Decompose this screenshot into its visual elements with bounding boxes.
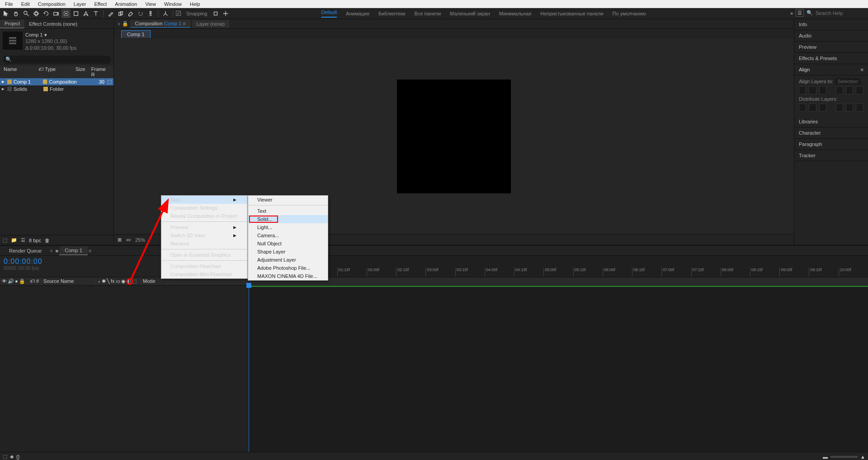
anchor-tool-icon[interactable] [61, 9, 71, 18]
timeline-ruler[interactable]: :00f00:15f01:00f01:15f02:00f02:15f03:00f… [249, 256, 868, 277]
eraser-tool-icon[interactable] [126, 9, 135, 18]
playhead[interactable] [249, 286, 249, 452]
align-vcenter-icon[interactable] [846, 86, 853, 94]
workspace-item[interactable]: Все панели [415, 11, 441, 16]
bpc-label[interactable]: 8 bpc [29, 238, 41, 243]
timeline-layer-list[interactable] [0, 286, 249, 452]
panel-effects-presets[interactable]: Effects & Presets [794, 53, 868, 64]
workspace-item[interactable]: Непристыкованные панели [540, 11, 603, 16]
zoom-slider[interactable] [830, 456, 858, 458]
shy-icon[interactable]: ⬩ [98, 278, 101, 284]
camera-tool-icon[interactable] [52, 9, 61, 18]
workspace-item[interactable]: По умолчанию [613, 11, 646, 16]
lock-toggle-icon[interactable]: 🔒 [19, 278, 25, 284]
align-bottom-icon[interactable] [856, 86, 863, 94]
context-menu-item[interactable]: Shape Layer [248, 248, 328, 256]
tab-project[interactable]: Project [0, 19, 24, 28]
panel-paragraph[interactable]: Paragraph [794, 139, 868, 150]
menu-animation[interactable]: Animation [112, 1, 140, 7]
comp-thumbnail[interactable] [3, 32, 23, 50]
menu-view[interactable]: View [142, 1, 159, 7]
work-area-bar[interactable] [249, 286, 868, 287]
context-menu-item[interactable]: Adjustment Layer [248, 256, 328, 264]
viewer-subtab-comp[interactable]: Comp 1 [121, 30, 151, 38]
collapse-icon[interactable]: ✱ [102, 278, 106, 284]
align-to-dropdown[interactable]: Selection [835, 78, 861, 84]
viewer-lock-icon[interactable]: 🔒 [122, 21, 128, 27]
interpret-footage-icon[interactable]: ⬚ [3, 237, 7, 243]
workspace-item[interactable]: Минимальная [499, 11, 532, 16]
panel-preview[interactable]: Preview [794, 42, 868, 53]
context-menu-item[interactable]: Solid... [248, 215, 328, 223]
viewer-tab-layer[interactable]: Layer (none) [192, 20, 229, 28]
context-menu-item[interactable]: Viewer [248, 196, 328, 204]
viewer-tab-composition[interactable]: Composition Comp 1 ≡ [130, 20, 190, 28]
align-top-icon[interactable] [836, 86, 843, 94]
context-menu-item[interactable]: Preview▶ [161, 223, 247, 231]
toggle-modes-icon[interactable]: ◈ [10, 454, 14, 460]
panel-libraries[interactable]: Libraries [794, 116, 868, 127]
new-comp-icon[interactable]: ☰ [21, 237, 25, 243]
flowchart-icon[interactable]: ⬚ [107, 79, 112, 84]
header-name[interactable]: Name [2, 66, 37, 77]
frame-blend-icon[interactable]: ▭ [116, 278, 120, 284]
context-menu-item[interactable]: Switch 3D View▶ [161, 231, 247, 239]
local-axis-icon[interactable] [161, 9, 170, 18]
align-left-icon[interactable] [799, 86, 806, 94]
label-header[interactable]: 🏷 # [28, 277, 42, 285]
twirl-icon[interactable]: ▸ [2, 86, 5, 92]
panel-menu-icon[interactable]: ≡ [861, 67, 863, 72]
header-label-icon[interactable]: 🏷 [37, 66, 43, 77]
viewer-close-icon[interactable]: × [118, 21, 120, 27]
workspace-item[interactable]: Библиотеки [378, 11, 406, 16]
orbit-tool-icon[interactable] [32, 9, 41, 18]
header-frame[interactable]: Frame R [90, 66, 112, 77]
resolution-icon[interactable]: ▭ [126, 237, 131, 243]
zoom-out-icon[interactable]: ▬ [823, 454, 828, 460]
brush-tool-icon[interactable] [106, 9, 115, 18]
context-menu-timeline[interactable]: New▶Composition Settings...Reveal Compos… [161, 195, 248, 279]
context-menu-item[interactable]: Composition Mini-Flowchart [161, 270, 247, 278]
motion-blur-icon[interactable]: ◉ [121, 278, 126, 284]
context-menu-item[interactable]: New▶ [161, 196, 247, 204]
menu-composition[interactable]: Composition [35, 1, 69, 7]
snap-opt2-icon[interactable] [221, 9, 230, 18]
video-toggle-icon[interactable]: 👁 [2, 278, 7, 284]
context-menu-item[interactable]: MAXON CINEMA 4D File... [248, 272, 328, 280]
align-hcenter-icon[interactable] [809, 86, 816, 94]
label-color-icon[interactable] [43, 87, 48, 91]
distribute-bottom-icon[interactable] [819, 103, 826, 112]
tab-menu-icon[interactable]: ≡ [89, 248, 91, 253]
workspace-default[interactable]: Default [321, 9, 337, 18]
timeline-tracks[interactable] [249, 286, 868, 452]
tab-lock-icon[interactable]: ■ [56, 248, 59, 253]
solo-toggle-icon[interactable]: ● [15, 278, 18, 284]
3d-layer-icon[interactable]: ⬚ [132, 278, 137, 284]
context-submenu-new[interactable]: ViewerTextSolid...Light...Camera...Null … [248, 195, 328, 281]
context-menu-item[interactable]: Composition Flowchart [161, 262, 247, 270]
text-tool-icon[interactable] [91, 9, 100, 18]
project-search[interactable]: 🔍 [3, 56, 111, 64]
twirl-icon[interactable]: ▸ [2, 79, 5, 84]
pen-tool-icon[interactable] [81, 9, 90, 18]
project-item-comp[interactable]: ▸ Comp 1 Composition 30 ⬚ [0, 78, 113, 85]
panel-audio[interactable]: Audio [794, 30, 868, 42]
tab-close-icon[interactable]: × [50, 248, 52, 253]
trash-icon[interactable]: 🗑 [45, 238, 50, 243]
header-size[interactable]: Size [74, 66, 90, 77]
context-menu-item[interactable]: Light... [248, 223, 328, 231]
panel-align-title[interactable]: Align [799, 67, 810, 72]
tab-timeline-comp[interactable]: Comp 1 [59, 246, 88, 255]
workspace-overflow-icon[interactable]: » [790, 10, 793, 16]
roto-tool-icon[interactable] [136, 9, 145, 18]
menu-help[interactable]: Help [187, 1, 203, 7]
distribute-hcenter-icon[interactable] [846, 103, 853, 112]
panel-character[interactable]: Character [794, 127, 868, 139]
distribute-right-icon[interactable] [856, 103, 863, 112]
distribute-top-icon[interactable] [799, 103, 806, 112]
context-menu-item[interactable]: Reveal Composition in Project [161, 212, 247, 220]
audio-toggle-icon[interactable]: 🔊 [8, 278, 14, 284]
selection-tool-icon[interactable] [2, 9, 11, 18]
fx-icon[interactable]: fx [111, 278, 115, 284]
menu-layer[interactable]: Layer [71, 1, 90, 7]
